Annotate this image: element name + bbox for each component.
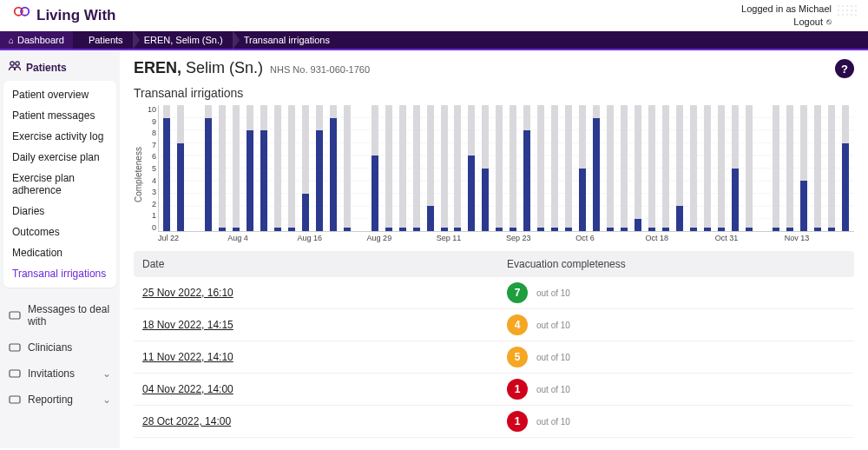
chart-bar xyxy=(493,105,506,231)
reading-date-link[interactable]: 11 Nov 2022, 14:10 xyxy=(142,351,233,363)
out-of-label: out of 10 xyxy=(536,321,570,330)
chart-bar xyxy=(479,105,492,231)
chart-bar xyxy=(326,105,339,231)
chart-bar xyxy=(286,105,299,231)
chart-bar xyxy=(230,105,243,231)
chart-ylabel: Completeness xyxy=(134,105,144,244)
table-row: 28 Oct 2022, 14:001out of 10 xyxy=(134,406,854,438)
chevron-down-icon: ⌄ xyxy=(102,367,111,380)
chart-yaxis: 109876543210 xyxy=(146,105,158,244)
app-header: Living With Logged in as Michael Logout … xyxy=(0,0,868,31)
sidebar-item[interactable]: Exercise plan adherence xyxy=(3,168,116,201)
chart-bar xyxy=(368,105,381,231)
chart-xtick: Oct 18 xyxy=(645,234,714,244)
chart-bar xyxy=(174,105,187,231)
sidebar-heading-patients[interactable]: Patients xyxy=(0,54,120,81)
chart-xtick: Oct 6 xyxy=(575,234,645,244)
completeness-chart: Completeness 109876543210 Jul 22Aug 4Aug… xyxy=(134,105,854,244)
table-row: 04 Nov 2022, 14:001out of 10 xyxy=(134,374,854,406)
svg-point-12 xyxy=(838,14,839,16)
reading-date-link[interactable]: 18 Nov 2022, 14:15 xyxy=(142,319,233,331)
help-button[interactable]: ? xyxy=(835,59,854,78)
sidebar-row-person[interactable]: Clinicians xyxy=(0,334,120,361)
message-icon xyxy=(9,310,21,321)
chart-icon xyxy=(9,394,21,405)
sidebar-item[interactable]: Patient messages xyxy=(3,105,116,126)
chart-bar xyxy=(798,105,811,231)
svg-point-10 xyxy=(851,10,852,11)
svg-rect-22 xyxy=(10,396,20,403)
sidebar-item[interactable]: Transanal irrigations xyxy=(3,263,116,284)
sidebar-row-label: Invitations xyxy=(28,367,75,380)
score-badge: 1 xyxy=(507,379,528,400)
svg-rect-19 xyxy=(10,312,20,319)
sidebar-item[interactable]: Diaries xyxy=(3,201,116,222)
reading-date-link[interactable]: 25 Nov 2022, 16:10 xyxy=(142,287,233,299)
sidebar-item[interactable]: Patient overview xyxy=(3,84,116,105)
reading-date-link[interactable]: 04 Nov 2022, 14:00 xyxy=(142,383,233,395)
svg-point-5 xyxy=(851,5,852,7)
sidebar-row-label: Messages to deal with xyxy=(28,303,111,328)
svg-point-16 xyxy=(855,14,857,16)
main-content: ? EREN, Selim (Sn.) NHS No. 931-060-1760… xyxy=(120,50,868,448)
breadcrumb-item[interactable]: Transanal irrigations xyxy=(235,35,342,45)
svg-point-4 xyxy=(846,5,848,7)
reading-date-link[interactable]: 28 Oct 2022, 14:00 xyxy=(142,415,231,427)
home-icon: ⌂ xyxy=(9,36,14,45)
chart-bar xyxy=(825,105,838,231)
table-row: 25 Nov 2022, 16:107out of 10 xyxy=(134,277,854,309)
sidebar-item[interactable]: Exercise activity log xyxy=(3,126,116,147)
sidebar-item[interactable]: Outcomes xyxy=(3,222,116,242)
chart-xtick: Jul 22 xyxy=(158,234,227,244)
chart-bar xyxy=(770,105,783,231)
logo-icon xyxy=(12,5,31,25)
logout-link[interactable]: Logout xyxy=(793,16,823,28)
out-of-label: out of 10 xyxy=(536,417,570,427)
sidebar-row-message[interactable]: Messages to deal with xyxy=(0,296,120,334)
sidebar-row-envelope[interactable]: Invitations⌄ xyxy=(0,361,120,387)
chart-bar xyxy=(396,105,409,231)
svg-point-2 xyxy=(838,5,839,7)
sidebar-item[interactable]: Medication xyxy=(3,242,116,263)
chart-bar xyxy=(437,105,450,231)
section-title: Transanal irrigations xyxy=(134,86,854,100)
chart-bar xyxy=(312,105,326,231)
chart-bar xyxy=(673,105,686,231)
chart-xtick: Aug 29 xyxy=(367,234,437,244)
sidebar-row-label: Clinicians xyxy=(28,341,72,354)
chart-bar xyxy=(244,105,257,231)
col-header-ec: Evacuation completeness xyxy=(498,251,854,277)
breadcrumb-item[interactable]: EREN, Selim (Sn.) xyxy=(135,35,235,45)
chevron-down-icon: ⌄ xyxy=(102,394,111,406)
table-header: Date Evacuation completeness xyxy=(134,251,854,277)
chart-bar xyxy=(604,105,617,231)
page-title: EREN, Selim (Sn.) NHS No. 931-060-1760 xyxy=(134,59,854,77)
svg-point-3 xyxy=(842,5,844,7)
sidebar-item[interactable]: Daily exercise plan xyxy=(3,147,116,168)
chart-bar xyxy=(216,105,229,231)
out-of-label: out of 10 xyxy=(536,385,570,394)
sidebar-heading-label: Patients xyxy=(26,62,67,74)
logged-in-text: Logged in as Michael xyxy=(741,3,832,15)
score-badge: 1 xyxy=(507,411,528,432)
breadcrumb-home[interactable]: ⌂ Dashboard xyxy=(0,31,73,49)
breadcrumb: ⌂ Dashboard PatientsEREN, Selim (Sn.)Tra… xyxy=(0,31,868,50)
chart-bar xyxy=(188,105,201,231)
chart-bar xyxy=(562,105,575,231)
breadcrumb-item[interactable]: Patients xyxy=(80,35,135,45)
chart-bar xyxy=(784,105,797,231)
chart-bar xyxy=(202,105,215,231)
score-badge: 7 xyxy=(507,282,528,303)
chart-xtick: Nov 13 xyxy=(785,234,854,244)
svg-point-8 xyxy=(842,10,844,11)
table-row: 11 Nov 2022, 14:105out of 10 xyxy=(134,341,854,374)
patient-given: Selim (Sn.) xyxy=(186,59,263,76)
envelope-icon xyxy=(9,368,21,379)
chart-bar xyxy=(728,105,741,231)
header-user-block: Logged in as Michael Logout ⎋ xyxy=(741,3,856,28)
svg-point-7 xyxy=(838,10,839,11)
sidebar-row-chart[interactable]: Reporting⌄ xyxy=(0,387,120,413)
chart-bar xyxy=(161,105,174,231)
breadcrumb-home-label: Dashboard xyxy=(17,35,64,45)
logout-icon: ⎋ xyxy=(826,16,832,27)
